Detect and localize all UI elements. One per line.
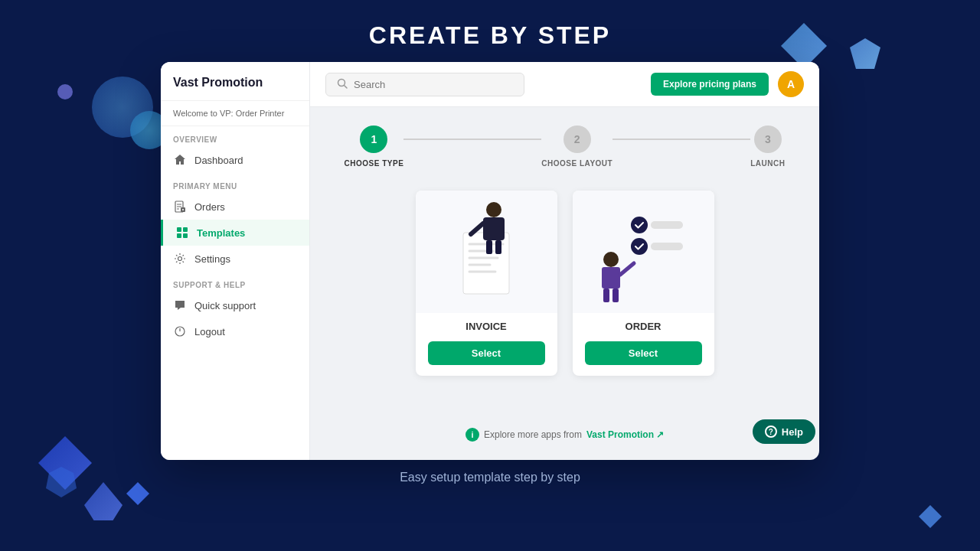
invoice-card-label: INVOICE [416,313,557,337]
svg-rect-31 [602,267,620,289]
main-card: Vast Promotion Welcome to VP: Order Prin… [161,62,819,460]
crystal-10 [46,467,77,497]
svg-point-26 [631,217,648,233]
svg-rect-9 [177,233,181,238]
sidebar-item-orders[interactable]: Orders [161,194,309,220]
sidebar-label-settings: Settings [194,253,230,265]
svg-rect-32 [603,289,609,302]
svg-line-14 [345,85,348,88]
sidebar-primary-label: PRIMARY MENU [161,173,309,194]
header-right: Explore pricing plans A [651,71,804,97]
svg-rect-7 [177,227,181,232]
link-text: Vast Promotion [586,429,654,440]
crystal-8 [126,482,149,505]
home-icon [173,153,187,167]
help-button[interactable]: ? Help [753,419,815,444]
svg-rect-23 [486,240,492,254]
step-choose-type: 1 CHOOSE TYPE [345,126,404,168]
crystal-3 [92,77,153,138]
avatar: A [778,71,804,97]
bottom-subtitle: Easy setup template step by step [400,471,580,484]
chat-icon [173,298,187,312]
step-connector-1 [403,139,541,140]
explore-pricing-button[interactable]: Explore pricing plans [651,73,769,96]
order-illustration [590,194,697,309]
svg-rect-8 [183,227,188,232]
steps-container: 1 CHOOSE TYPE 2 CHOOSE LAYOUT 3 LAUNCH [333,126,796,168]
svg-line-34 [620,263,634,275]
step-3-label: LAUNCH [750,159,785,168]
sidebar-brand: Vast Promotion [161,62,309,101]
sidebar-welcome: Welcome to VP: Order Printer [161,101,309,126]
app-header: Explore pricing plans A [310,62,819,107]
invoice-select-button[interactable]: Select [428,341,545,365]
sidebar-label-logout: Logout [194,326,225,337]
step-3-circle: 3 [754,126,782,153]
crystal-6 [38,436,92,490]
order-card-label: ORDER [573,313,714,337]
step-launch: 3 LAUNCH [750,126,785,168]
search-input[interactable] [354,79,513,90]
svg-rect-29 [651,243,683,250]
sidebar-item-logout[interactable]: Logout [161,318,309,344]
sidebar-label-quick-support: Quick support [194,300,256,311]
search-box[interactable] [325,73,524,96]
orders-icon [173,200,187,214]
step-choose-layout: 2 CHOOSE LAYOUT [541,126,612,168]
sidebar-item-templates[interactable]: Templates [161,220,309,246]
svg-rect-10 [183,233,188,238]
svg-point-11 [178,257,182,261]
crystal-7 [84,482,122,520]
content-area: 1 CHOOSE TYPE 2 CHOOSE LAYOUT 3 LAUNCH [310,107,819,460]
footer-info: i Explore more apps from Vast Promotion … [333,416,796,442]
sidebar-label-dashboard: Dashboard [194,155,243,166]
sidebar-label-templates: Templates [197,227,245,239]
sidebar-support-label: SUPPORT & HELP [161,272,309,292]
svg-rect-24 [495,240,501,254]
order-select-button[interactable]: Select [585,341,702,365]
sidebar-item-settings[interactable]: Settings [161,246,309,272]
sidebar-label-orders: Orders [194,201,225,213]
main-content: Explore pricing plans A 1 CHOOSE TYPE 2 … [310,62,819,460]
template-cards: INVOICE Select [333,191,796,376]
svg-rect-22 [483,217,505,240]
svg-point-28 [631,238,648,255]
order-card: ORDER Select [573,191,714,376]
crystal-9 [919,505,942,528]
step-2-circle: 2 [564,126,591,153]
templates-icon [175,226,189,240]
order-card-image [573,191,714,313]
step-connector-2 [612,139,750,140]
help-circle-icon: ? [765,425,777,438]
page-title: CREATE BY STEP [369,21,611,50]
sidebar: Vast Promotion Welcome to VP: Order Prin… [161,62,310,460]
svg-point-21 [486,202,501,217]
sidebar-item-dashboard[interactable]: Dashboard [161,147,309,173]
crystal-2 [850,38,880,69]
step-2-label: CHOOSE LAYOUT [541,159,612,168]
svg-point-30 [603,252,619,267]
invoice-card: INVOICE Select [416,191,557,376]
crystal-5 [57,84,73,99]
svg-rect-33 [612,289,619,302]
logout-icon [173,324,187,338]
settings-icon [173,252,187,266]
external-link-icon: ↗ [656,429,664,440]
svg-rect-27 [651,221,683,229]
sidebar-item-quick-support[interactable]: Quick support [161,292,309,318]
help-label: Help [782,426,803,438]
invoice-illustration [440,194,532,309]
info-icon: i [466,428,479,442]
step-1-label: CHOOSE TYPE [345,159,404,168]
step-1-circle: 1 [360,126,387,153]
invoice-card-image [416,191,557,313]
sidebar-overview-label: OVERVIEW [161,126,309,147]
search-icon [337,78,348,91]
vast-promotion-link[interactable]: Vast Promotion ↗ [586,429,664,440]
explore-text: Explore more apps from [484,429,582,440]
